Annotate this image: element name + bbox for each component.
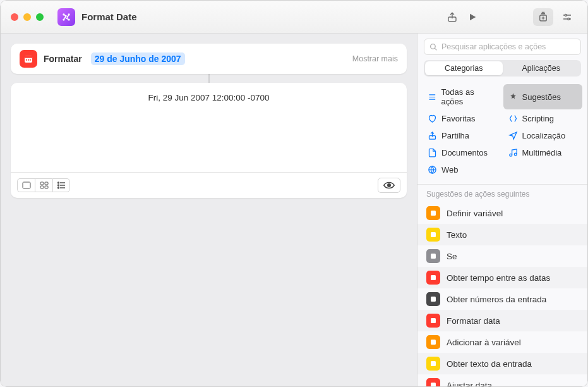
svg-rect-49	[431, 340, 436, 345]
calendar-icon	[20, 50, 37, 68]
category-documents[interactable]: Documentos	[423, 145, 502, 161]
svg-rect-47	[431, 297, 436, 302]
action-icon	[426, 292, 440, 306]
category-sharing[interactable]: Partilha	[423, 128, 502, 144]
canvas-area: Formatar 29 de Junho de 2007 Mostrar mai…	[1, 34, 417, 386]
date-token[interactable]: 29 de Junho de 2007	[91, 52, 185, 65]
suggestion-label: Obter texto da entrada	[447, 359, 532, 369]
view-list-button[interactable]	[52, 178, 70, 192]
svg-point-41	[514, 153, 517, 156]
minimize-window-button[interactable]	[23, 13, 31, 21]
shortcut-icon	[57, 8, 75, 26]
suggestion-item[interactable]: Formatar data	[417, 310, 587, 331]
window-title: Format Date	[81, 11, 137, 22]
action-library: Categorias Aplicações Todas as ações Sug…	[417, 34, 587, 386]
suggestion-label: Se	[447, 252, 457, 261]
library-toggle-button[interactable]	[533, 8, 553, 26]
format-date-action[interactable]: Formatar 29 de Junho de 2007 Mostrar mai…	[11, 44, 407, 74]
suggestion-item[interactable]: Texto	[417, 224, 587, 245]
action-icon	[426, 249, 440, 263]
svg-line-6	[68, 15, 69, 17]
svg-rect-21	[30, 59, 31, 61]
action-icon	[426, 378, 440, 386]
svg-rect-48	[431, 318, 436, 323]
action-icon	[426, 335, 440, 349]
svg-point-27	[58, 182, 59, 183]
action-icon	[426, 206, 440, 220]
suggestion-label: Obter tempo entre as datas	[447, 273, 550, 283]
svg-point-40	[509, 154, 512, 156]
svg-point-16	[568, 18, 570, 20]
suggestion-label: Adicionar à variável	[447, 338, 521, 347]
svg-rect-51	[431, 383, 436, 386]
share-button[interactable]	[442, 8, 462, 26]
svg-point-33	[388, 184, 391, 187]
suggestion-item[interactable]: Definir variável	[417, 202, 587, 224]
search-input[interactable]	[441, 42, 575, 51]
search-box[interactable]	[424, 39, 581, 55]
suggestion-item[interactable]: Adicionar à variável	[417, 331, 587, 353]
category-all-actions[interactable]: Todas as ações	[423, 84, 502, 109]
action-icon	[426, 271, 440, 285]
svg-point-34	[431, 44, 436, 49]
close-window-button[interactable]	[11, 13, 18, 21]
svg-line-8	[64, 17, 65, 20]
action-icon	[426, 314, 440, 328]
svg-point-0	[65, 16, 68, 18]
suggestion-item[interactable]: Obter tempo entre as datas	[417, 267, 587, 288]
category-scripting[interactable]: Scripting	[503, 111, 583, 126]
view-grid-button[interactable]	[35, 178, 52, 192]
suggestions-list: Definir variávelTextoSeObter tempo entre…	[417, 202, 587, 386]
shortcuts-window: Format Date Formatar 29 de Junho de	[0, 0, 588, 387]
svg-rect-43	[431, 211, 436, 216]
tab-apps[interactable]: Aplicações	[503, 61, 580, 75]
category-grid: Todas as ações Sugestões Favoritas Scrip…	[417, 82, 587, 184]
svg-point-29	[58, 185, 59, 186]
library-tabs: Categorias Aplicações	[424, 60, 581, 77]
suggestion-item[interactable]: Obter texto da entrada	[417, 353, 587, 374]
suggestion-label: Formatar data	[447, 316, 500, 326]
tab-categories[interactable]: Categorias	[425, 61, 503, 75]
action-icon	[426, 228, 440, 242]
svg-rect-22	[23, 182, 30, 188]
action-label: Formatar	[44, 54, 82, 64]
svg-line-5	[64, 15, 67, 16]
category-web[interactable]: Web	[423, 162, 502, 178]
show-more-button[interactable]: Mostrar mais	[352, 54, 398, 63]
result-toolbar	[11, 172, 407, 198]
svg-rect-20	[28, 59, 29, 61]
suggestion-item[interactable]: Ajustar data	[417, 374, 587, 386]
result-card: Fri, 29 Jun 2007 12:00:00 -0700	[11, 83, 407, 198]
editor-body: Formatar 29 de Junho de 2007 Mostrar mai…	[1, 34, 587, 386]
category-media[interactable]: Multimédia	[503, 145, 583, 161]
suggestion-label: Definir variável	[447, 209, 503, 218]
titlebar: Format Date	[1, 1, 587, 34]
svg-rect-18	[25, 56, 32, 58]
svg-rect-26	[45, 186, 48, 188]
suggestion-label: Obter números da entrada	[447, 295, 546, 304]
result-text: Fri, 29 Jun 2007 12:00:00 -0700	[11, 83, 407, 172]
svg-rect-44	[431, 232, 436, 237]
category-suggestions[interactable]: Sugestões	[503, 84, 583, 109]
suggestions-header: Sugestões de ações seguintes	[417, 184, 587, 202]
suggestion-item[interactable]: Se	[417, 245, 587, 267]
view-single-button[interactable]	[17, 178, 35, 192]
svg-rect-23	[40, 182, 44, 185]
suggestion-label: Texto	[447, 230, 467, 240]
svg-rect-50	[431, 361, 436, 366]
run-button[interactable]	[462, 8, 483, 26]
svg-line-35	[435, 48, 436, 50]
suggestion-label: Ajustar data	[447, 381, 492, 387]
category-location[interactable]: Localização	[503, 128, 583, 144]
settings-button[interactable]	[557, 8, 577, 26]
svg-point-14	[565, 14, 567, 16]
svg-rect-25	[40, 186, 44, 188]
connector	[11, 74, 407, 83]
quick-look-button[interactable]	[378, 178, 400, 193]
suggestion-item[interactable]: Obter números da entrada	[417, 288, 587, 310]
action-icon	[426, 357, 440, 371]
svg-line-7	[66, 18, 69, 19]
zoom-window-button[interactable]	[36, 13, 44, 21]
category-favorites[interactable]: Favoritas	[423, 111, 502, 126]
traffic-lights	[11, 13, 44, 21]
